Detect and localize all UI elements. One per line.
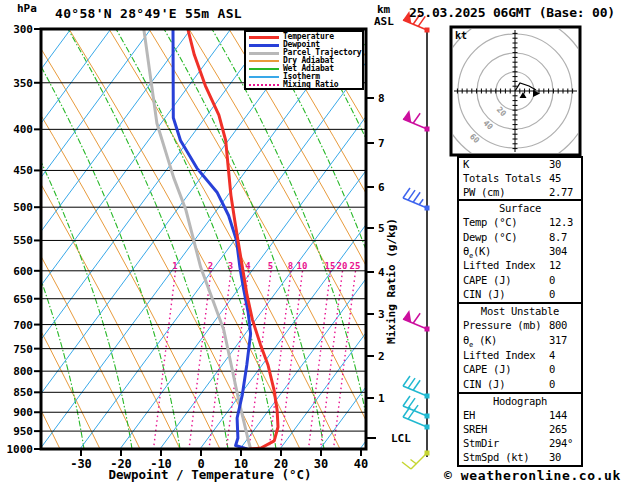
km-tick-label: 2	[378, 350, 385, 363]
table-row-label: CIN (J)	[463, 288, 505, 300]
mixing-ratio-label: 4	[245, 261, 251, 271]
table-row-value: 294°	[549, 437, 573, 450]
table-section-title: Surface	[459, 202, 581, 215]
x-axis-title: Dewpoint / Temperature (°C)	[60, 467, 360, 482]
legend-sample-thin	[249, 68, 279, 70]
copyright-footer: © weatheronline.co.uk	[444, 468, 621, 483]
table-row-value: 304	[549, 245, 567, 258]
isotherm-line	[0, 29, 71, 449]
table-row-value: 30	[549, 158, 561, 171]
indices-table-section: K30Totals Totals45PW (cm)2.77	[457, 156, 583, 201]
table-row: Dewp (°C)8.7	[459, 231, 581, 244]
table-row: CAPE (J)0	[459, 274, 581, 287]
mixing-ratio-label: 10	[297, 261, 308, 271]
mixing-ratio-label: 15	[325, 261, 336, 271]
table-row: Totals Totals45	[459, 172, 581, 185]
pressure-tick-label: 500	[13, 201, 33, 214]
table-row-value: 12	[549, 259, 561, 272]
table-row-label: CAPE (J)	[463, 274, 511, 286]
pressure-tick-label: 950	[13, 425, 33, 438]
table-row-label: StmDir	[463, 437, 499, 449]
asl-unit-label: ASL	[374, 15, 394, 28]
legend-item: Mixing Ratio	[249, 81, 362, 89]
legend-label: Mixing Ratio	[283, 81, 338, 89]
table-row-label: Lifted Index	[463, 259, 535, 271]
legend-sample-thick	[249, 36, 279, 39]
isotherm-line	[40, 29, 351, 449]
table-row-value: 8.7	[549, 231, 567, 244]
mixing-ratio-line	[154, 271, 176, 449]
mixing-ratio-label: 8	[288, 261, 293, 271]
table-row: Temp (°C)12.3	[459, 216, 581, 229]
pressure-tick-label: 800	[13, 365, 33, 378]
table-row-value: 0	[549, 288, 555, 301]
table-row-label: EH	[463, 409, 475, 421]
km-tick-label: 6	[378, 181, 385, 194]
date-title: 25.03.2025 06GMT (Base: 00)	[409, 5, 615, 20]
legend-sample-thin	[249, 60, 279, 62]
table-row: θe (K)317	[459, 334, 581, 347]
pressure-tick-label: 600	[13, 265, 33, 278]
mixing-ratio-label: 2	[208, 261, 213, 271]
table-row: StmSpd (kt)30	[459, 451, 581, 464]
legend-box: TemperatureDewpointParcel TrajectoryDry …	[244, 30, 364, 90]
table-row-label: Dewp (°C)	[463, 231, 517, 243]
table-row: CIN (J)0	[459, 378, 581, 391]
table-row-label: CIN (J)	[463, 378, 505, 390]
hodograph-unit-label: kt	[455, 30, 467, 41]
wet-adiabat-line	[68, 29, 228, 449]
wind-barb	[403, 188, 430, 211]
wind-barb	[403, 110, 430, 132]
pressure-unit-label: hPa	[17, 2, 37, 15]
table-row-value: 0	[549, 274, 555, 287]
table-row: CIN (J)0	[459, 288, 581, 301]
pressure-tick-label: 1000	[7, 443, 34, 456]
table-row: Pressure (mb)800	[459, 319, 581, 332]
table-row-value: 2.77	[549, 186, 573, 199]
km-tick-label: 8	[378, 92, 385, 105]
pressure-tick-label: 400	[13, 123, 33, 136]
table-row-value: 800	[549, 319, 567, 332]
table-row-value: 144	[549, 409, 567, 422]
wind-barb	[402, 451, 430, 470]
station-title: 40°58'N 28°49'E 55m ASL	[55, 6, 242, 21]
table-row-value: 0	[549, 363, 555, 376]
table-row-value: 4	[549, 349, 555, 362]
table-row-label: θe (K)	[463, 334, 497, 346]
lcl-label: LCL	[391, 432, 411, 445]
pressure-tick-label: 650	[13, 293, 33, 306]
table-row-label: Totals Totals	[463, 172, 541, 184]
table-row-label: Lifted Index	[463, 349, 535, 361]
table-row-value: 0	[549, 378, 555, 391]
pressure-tick-label: 350	[13, 77, 33, 90]
mixing-ratio-label: 25	[350, 261, 361, 271]
pressure-tick-label: 750	[13, 343, 33, 356]
pressure-tick-label: 700	[13, 319, 33, 332]
legend-sample-thick	[249, 52, 279, 55]
table-row-value: 12.3	[549, 216, 573, 229]
pressure-tick-label: 900	[13, 406, 33, 419]
table-row-value: 265	[549, 423, 567, 436]
pressure-tick-label: 850	[13, 386, 33, 399]
mixing-ratio-axis-title: Mixing Ratio (g/kg)	[385, 218, 398, 344]
isotherm-line	[0, 29, 311, 449]
sounding-curves	[144, 29, 278, 449]
table-row: EH144	[459, 409, 581, 422]
mixing-ratio-label: 3	[228, 261, 233, 271]
table-row-label: K	[463, 158, 469, 170]
mixing-ratio-label: 20	[337, 261, 348, 271]
legend-sample-thick	[249, 44, 279, 47]
table-row: SREH265	[459, 423, 581, 436]
table-row-value: 30	[549, 451, 561, 464]
wind-barb	[403, 376, 430, 399]
mixing-ratio-label: 1	[172, 261, 177, 271]
table-row-label: θe(K)	[463, 245, 491, 257]
pressure-tick-label: 300	[13, 23, 33, 36]
wind-barb	[403, 396, 430, 419]
table-row-label: CAPE (J)	[463, 363, 511, 375]
km-tick-label: 1	[378, 392, 385, 405]
table-row-label: StmSpd (kt)	[463, 451, 529, 463]
table-row-value: 317	[549, 334, 567, 347]
table-row: Lifted Index12	[459, 259, 581, 272]
pressure-tick-label: 450	[13, 164, 33, 177]
